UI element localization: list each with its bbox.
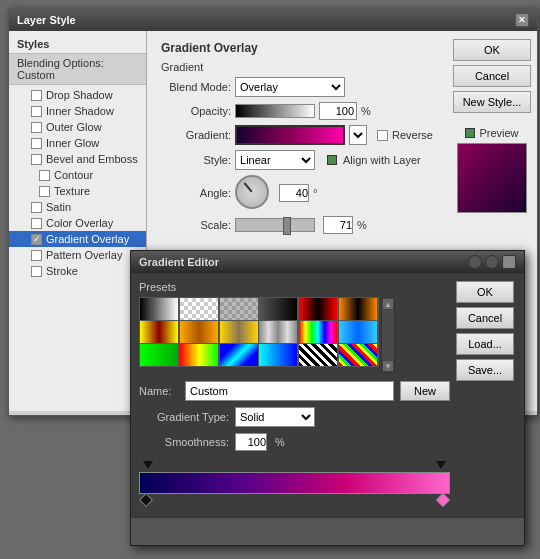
pattern-overlay-checkbox[interactable] — [31, 250, 42, 261]
preset-15[interactable] — [220, 344, 258, 366]
opacity-label: Opacity: — [161, 105, 231, 117]
texture-checkbox[interactable] — [39, 186, 50, 197]
blend-mode-select[interactable]: Overlay Normal Multiply Screen — [235, 77, 345, 97]
bevel-emboss-checkbox[interactable] — [31, 154, 42, 165]
ge-cancel-button[interactable]: Cancel — [456, 307, 514, 329]
cancel-button[interactable]: Cancel — [453, 65, 531, 87]
contour-checkbox[interactable] — [39, 170, 50, 181]
style-select[interactable]: Linear Radial Angle Reflected Diamond — [235, 150, 315, 170]
ge-type-select[interactable]: Solid Noise — [235, 407, 315, 427]
satin-checkbox[interactable] — [31, 202, 42, 213]
style-item-stroke[interactable]: Stroke — [9, 263, 146, 279]
style-item-gradient-overlay[interactable]: ✓ Gradient Overlay — [9, 231, 146, 247]
color-stop-left[interactable] — [141, 495, 151, 505]
drop-shadow-label: Drop Shadow — [46, 89, 113, 101]
reverse-label: Reverse — [392, 129, 433, 141]
gradient-row: Gradient: Reverse — [161, 125, 433, 145]
color-overlay-checkbox[interactable] — [31, 218, 42, 229]
gradient-swatch[interactable] — [235, 125, 345, 145]
ge-load-button[interactable]: Load... — [456, 333, 514, 355]
style-item-inner-glow[interactable]: Inner Glow — [9, 135, 146, 151]
preview-dot — [465, 128, 475, 138]
ge-body: Presets — [131, 273, 524, 517]
style-item-satin[interactable]: Satin — [9, 199, 146, 215]
scroll-down-btn[interactable]: ▼ — [382, 360, 394, 372]
angle-input[interactable] — [279, 184, 309, 202]
outer-glow-checkbox[interactable] — [31, 122, 42, 133]
angle-dial-container[interactable] — [235, 175, 271, 211]
new-style-button[interactable]: New Style... — [453, 91, 531, 113]
gradient-overlay-checkbox[interactable]: ✓ — [31, 234, 42, 245]
ok-button[interactable]: OK — [453, 39, 531, 61]
scroll-up-btn[interactable]: ▲ — [382, 298, 394, 310]
preset-8[interactable] — [180, 321, 218, 343]
drop-shadow-checkbox[interactable] — [31, 90, 42, 101]
style-item-pattern-overlay[interactable]: Pattern Overlay — [9, 247, 146, 263]
preset-2[interactable] — [180, 298, 218, 320]
scale-slider[interactable] — [235, 218, 315, 232]
stroke-checkbox[interactable] — [31, 266, 42, 277]
align-layer-label: Align with Layer — [343, 154, 421, 166]
ge-minimize-btn[interactable] — [468, 255, 482, 269]
gradient-dropdown[interactable] — [349, 125, 367, 145]
color-stop-right[interactable] — [438, 495, 448, 505]
style-item-texture[interactable]: Texture — [9, 183, 146, 199]
preset-5[interactable] — [299, 298, 337, 320]
reverse-checkbox[interactable] — [377, 130, 388, 141]
style-item-outer-glow[interactable]: Outer Glow — [9, 119, 146, 135]
ge-smoothness-row: Smoothness: % — [139, 433, 450, 451]
bevel-emboss-label: Bevel and Emboss — [46, 153, 138, 165]
ge-name-input[interactable] — [185, 381, 394, 401]
style-item-drop-shadow[interactable]: Drop Shadow — [9, 87, 146, 103]
satin-label: Satin — [46, 201, 71, 213]
subsection-title: Gradient — [161, 61, 433, 73]
inner-glow-checkbox[interactable] — [31, 138, 42, 149]
gradient-overlay-label: Gradient Overlay — [46, 233, 129, 245]
ge-new-button[interactable]: New — [400, 381, 450, 401]
preset-10[interactable] — [259, 321, 297, 343]
opacity-stop-right[interactable] — [436, 461, 446, 469]
preset-7[interactable] — [140, 321, 178, 343]
preset-3[interactable] — [220, 298, 258, 320]
blend-mode-row: Blend Mode: Overlay Normal Multiply Scre… — [161, 77, 433, 97]
preset-4[interactable] — [259, 298, 297, 320]
preset-bw[interactable] — [140, 298, 178, 320]
styles-title[interactable]: Styles — [9, 35, 146, 53]
pattern-overlay-label: Pattern Overlay — [46, 249, 122, 261]
ge-smooth-input[interactable] — [235, 433, 267, 451]
style-item-contour[interactable]: Contour — [9, 167, 146, 183]
opacity-input[interactable] — [319, 102, 357, 120]
style-item-inner-shadow[interactable]: Inner Shadow — [9, 103, 146, 119]
preset-11[interactable] — [299, 321, 337, 343]
preset-18[interactable] — [339, 344, 377, 366]
angle-dial[interactable] — [235, 175, 269, 209]
style-item-bevel-emboss[interactable]: Bevel and Emboss — [9, 151, 146, 167]
preset-12[interactable] — [339, 321, 377, 343]
opacity-stop-left[interactable] — [143, 461, 153, 469]
preset-17[interactable] — [299, 344, 337, 366]
style-item-color-overlay[interactable]: Color Overlay — [9, 215, 146, 231]
preset-16[interactable] — [259, 344, 297, 366]
ge-close-btn[interactable] — [502, 255, 516, 269]
opacity-percent: % — [361, 105, 371, 117]
opacity-slider[interactable] — [235, 104, 315, 118]
preset-9[interactable] — [220, 321, 258, 343]
blending-options-label[interactable]: Blending Options: Custom — [9, 53, 146, 85]
close-button[interactable]: ✕ — [515, 13, 529, 27]
preset-14[interactable] — [180, 344, 218, 366]
inner-shadow-checkbox[interactable] — [31, 106, 42, 117]
ge-maximize-btn[interactable] — [485, 255, 499, 269]
ge-bottom-bar — [131, 517, 524, 545]
gradient-bar[interactable] — [139, 472, 450, 494]
scale-input[interactable] — [323, 216, 353, 234]
presets-scrollbar[interactable]: ▲ ▼ — [381, 297, 395, 373]
scale-row: Scale: % — [161, 216, 433, 234]
ge-save-button[interactable]: Save... — [456, 359, 514, 381]
ge-ok-button[interactable]: OK — [456, 281, 514, 303]
preset-6[interactable] — [339, 298, 377, 320]
scale-unit: % — [357, 219, 367, 231]
opacity-stops-row — [139, 461, 450, 471]
texture-label: Texture — [54, 185, 90, 197]
preset-13[interactable] — [140, 344, 178, 366]
scale-label: Scale: — [161, 219, 231, 231]
